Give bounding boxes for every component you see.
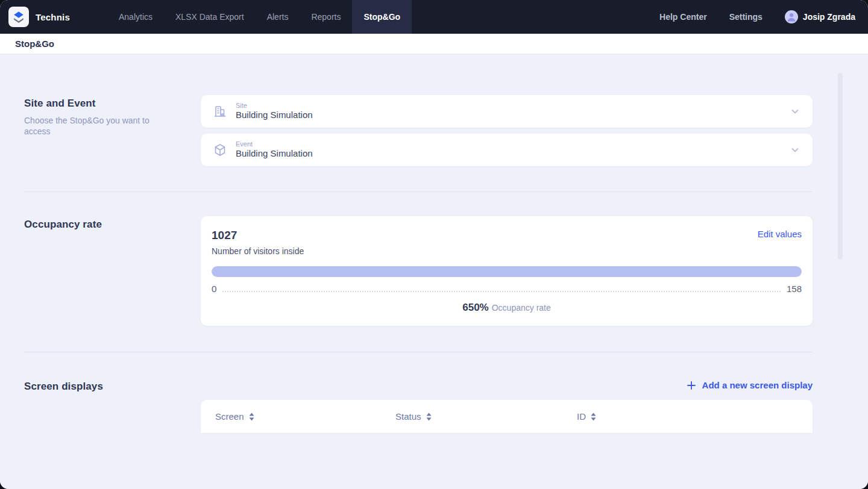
section-title: Screen displays <box>24 381 201 393</box>
brand-name: Technis <box>36 12 70 22</box>
user-menu[interactable]: Josip Zgrada <box>785 10 855 23</box>
sort-icon <box>426 413 432 421</box>
range-min: 0 <box>212 284 216 294</box>
app-window: Technis Analytics XLSX Data Export Alert… <box>0 0 868 489</box>
help-center-link[interactable]: Help Center <box>659 12 707 22</box>
cube-icon <box>213 143 227 157</box>
screens-table-header: Screen Status <box>201 400 813 433</box>
chevron-down-icon <box>790 145 800 155</box>
building-icon <box>213 104 227 119</box>
sort-icon <box>249 413 254 421</box>
brand[interactable]: Technis <box>0 0 70 34</box>
occupancy-rate-label: Occupancy rate <box>492 303 551 313</box>
nav-item-analytics[interactable]: Analytics <box>107 0 164 34</box>
topbar-right: Help Center Settings Josip Zgrada <box>659 0 868 34</box>
range-dotted-line <box>222 291 781 292</box>
settings-link[interactable]: Settings <box>729 12 763 22</box>
column-header-id[interactable]: ID <box>577 411 596 422</box>
chevron-down-icon <box>790 106 800 117</box>
event-select[interactable]: Event Building Simulation <box>201 134 813 166</box>
screen-displays-section: Screen displays Add a new screen display <box>24 378 813 433</box>
section-divider <box>24 192 813 192</box>
occupancy-progress-fill <box>212 266 802 277</box>
occupancy-rate-section: Occupancy rate 1027 Edit values Number o… <box>24 216 813 326</box>
plus-icon <box>687 381 696 390</box>
add-screen-display-label: Add a new screen display <box>702 380 813 390</box>
main-content: Site and Event Choose the Stop&Go you wa… <box>0 54 868 489</box>
top-navigation: Technis Analytics XLSX Data Export Alert… <box>0 0 868 34</box>
column-label: Screen <box>215 411 244 422</box>
site-and-event-section: Site and Event Choose the Stop&Go you wa… <box>24 95 813 166</box>
occupancy-card: 1027 Edit values Number of visitors insi… <box>201 216 813 326</box>
range-max: 158 <box>787 284 802 294</box>
user-name: Josip Zgrada <box>803 12 855 22</box>
nav-item-stop-and-go[interactable]: Stop&Go <box>352 0 412 34</box>
section-divider <box>24 352 813 352</box>
event-select-value: Building Simulation <box>236 148 313 160</box>
event-select-label: Event <box>236 140 313 148</box>
breadcrumb-bar: Stop&Go <box>0 34 868 54</box>
section-description: Choose the Stop&Go you want to access <box>24 116 163 137</box>
user-avatar-icon <box>785 10 798 23</box>
primary-nav: Analytics XLSX Data Export Alerts Report… <box>107 0 412 34</box>
site-and-event-header: Site and Event Choose the Stop&Go you wa… <box>24 95 201 137</box>
section-title: Occupancy rate <box>24 219 201 231</box>
site-select-value: Building Simulation <box>236 110 313 121</box>
add-screen-display-button[interactable]: Add a new screen display <box>687 380 813 390</box>
column-label: Status <box>395 411 421 422</box>
occupancy-header: Occupancy rate <box>24 216 201 231</box>
nav-item-reports[interactable]: Reports <box>300 0 352 34</box>
column-header-status[interactable]: Status <box>395 411 577 422</box>
site-select-label: Site <box>236 102 313 110</box>
screen-displays-header: Screen displays <box>24 378 201 393</box>
occupancy-rate-value: 650% <box>462 302 488 313</box>
technis-logo-icon <box>8 7 29 27</box>
column-label: ID <box>577 411 586 422</box>
column-header-screen[interactable]: Screen <box>215 411 395 422</box>
visitors-count: 1027 <box>212 229 237 242</box>
nav-item-xlsx-data-export[interactable]: XLSX Data Export <box>164 0 256 34</box>
occupancy-progress-track <box>212 266 802 277</box>
nav-item-alerts[interactable]: Alerts <box>256 0 300 34</box>
site-select[interactable]: Site Building Simulation <box>201 95 813 128</box>
section-title: Site and Event <box>24 98 201 110</box>
edit-values-link[interactable]: Edit values <box>758 229 802 239</box>
vertical-scrollbar[interactable] <box>838 73 843 260</box>
visitors-count-label: Number of visitors inside <box>212 246 802 256</box>
breadcrumb: Stop&Go <box>15 39 54 49</box>
sort-icon <box>591 413 596 421</box>
